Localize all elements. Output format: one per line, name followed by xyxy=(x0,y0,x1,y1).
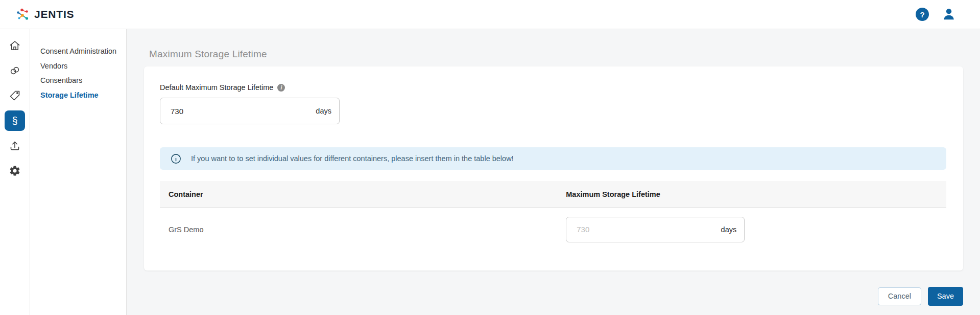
legal-section-icon[interactable]: § xyxy=(5,110,25,131)
column-header-max-storage-lifetime: Maximum Storage Lifetime xyxy=(566,190,946,198)
main-content: Maximum Storage Lifetime Default Maximum… xyxy=(127,29,980,315)
secondary-sidebar: Consent Administration Vendors Consentba… xyxy=(30,29,127,315)
default-lifetime-input[interactable] xyxy=(171,107,312,116)
table-header-row: Container Maximum Storage Lifetime xyxy=(160,181,946,208)
info-tooltip-icon[interactable]: i xyxy=(277,84,285,92)
default-lifetime-unit: days xyxy=(312,107,331,115)
default-lifetime-input-group: days xyxy=(160,98,340,124)
row-lifetime-unit: days xyxy=(717,226,737,234)
storage-lifetime-card: Default Maximum Storage Lifetime i days … xyxy=(144,66,963,271)
help-icon[interactable]: ? xyxy=(916,8,929,21)
connections-link-icon[interactable] xyxy=(5,60,25,81)
sidebar-item-storage-lifetime[interactable]: Storage Lifetime xyxy=(30,89,126,104)
info-banner: If you want to to set individual values … xyxy=(160,147,946,170)
topbar: JENTIS ? xyxy=(0,0,980,29)
publish-upload-icon[interactable] xyxy=(5,136,25,156)
icon-rail: § xyxy=(0,29,30,315)
user-icon[interactable] xyxy=(941,7,957,22)
sidebar-item-consent-administration[interactable]: Consent Administration xyxy=(30,45,126,60)
info-circle-icon xyxy=(170,153,182,165)
container-name-cell: GrS Demo xyxy=(169,226,566,234)
column-header-container: Container xyxy=(169,190,566,198)
tag-icon[interactable] xyxy=(5,85,25,106)
home-icon[interactable] xyxy=(5,35,25,56)
row-lifetime-input-group: days xyxy=(566,217,745,242)
info-banner-text: If you want to to set individual values … xyxy=(191,154,514,163)
page-title: Maximum Storage Lifetime xyxy=(149,49,963,60)
cancel-button[interactable]: Cancel xyxy=(878,287,921,305)
sidebar-item-vendors[interactable]: Vendors xyxy=(30,60,126,75)
jentis-logo-icon xyxy=(15,7,30,21)
row-lifetime-input[interactable] xyxy=(577,225,716,234)
footer-actions: Cancel Save xyxy=(144,287,963,306)
paragraph-glyph: § xyxy=(12,116,17,126)
brand-logo[interactable]: JENTIS xyxy=(15,7,74,21)
default-field-label-row: Default Maximum Storage Lifetime i xyxy=(160,83,946,92)
containers-table: Container Maximum Storage Lifetime GrS D… xyxy=(160,181,946,251)
brand-name: JENTIS xyxy=(34,8,74,20)
table-row: GrS Demo days xyxy=(160,208,946,251)
topbar-actions: ? xyxy=(916,7,965,22)
app-body: § Consent Administration Vendors Consent… xyxy=(0,29,980,315)
sidebar-item-consentbars[interactable]: Consentbars xyxy=(30,74,126,89)
save-button[interactable]: Save xyxy=(928,287,963,306)
settings-gear-icon[interactable] xyxy=(5,161,25,181)
default-field-label: Default Maximum Storage Lifetime xyxy=(160,83,273,92)
